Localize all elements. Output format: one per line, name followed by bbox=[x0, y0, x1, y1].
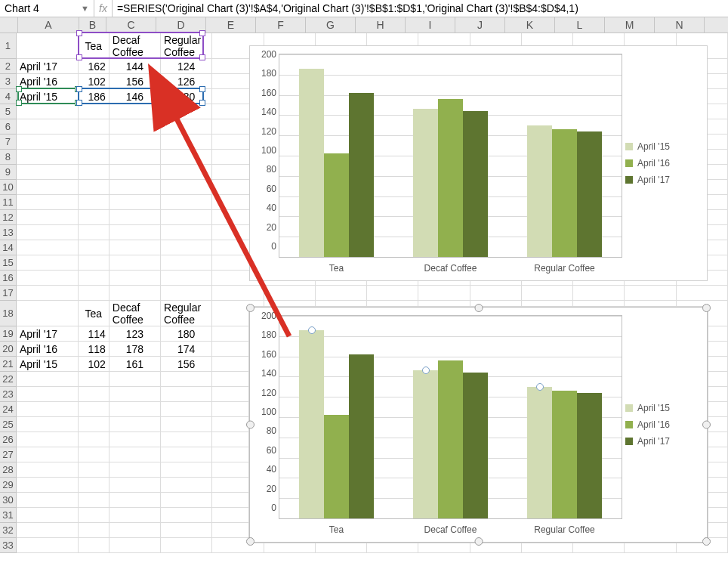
cell-D9[interactable] bbox=[161, 165, 212, 180]
cell-C19[interactable]: 123 bbox=[110, 326, 161, 342]
bar-April'17-Tea[interactable] bbox=[349, 354, 374, 518]
cell-B20[interactable]: 118 bbox=[79, 342, 110, 357]
cell-B23[interactable] bbox=[79, 387, 110, 402]
col-header-N[interactable]: N bbox=[655, 17, 705, 32]
cell-D29[interactable] bbox=[161, 478, 212, 493]
row-header[interactable]: 12 bbox=[0, 210, 17, 225]
row-header[interactable]: 23 bbox=[0, 387, 17, 402]
row-header[interactable]: 24 bbox=[0, 402, 17, 417]
cell-D2[interactable]: 124 bbox=[161, 59, 212, 74]
cell-D5[interactable] bbox=[161, 104, 212, 119]
col-header-A[interactable]: A bbox=[18, 17, 79, 32]
cell-C17[interactable] bbox=[110, 286, 161, 301]
cell-C3[interactable]: 156 bbox=[110, 74, 161, 89]
cell-C31[interactable] bbox=[110, 508, 161, 523]
bar-April'15-Tea[interactable] bbox=[299, 69, 324, 257]
bar-April'15-DecafCoffee[interactable] bbox=[413, 370, 438, 518]
cell-I17[interactable] bbox=[418, 286, 470, 301]
chart-resize-handle[interactable] bbox=[702, 537, 711, 546]
cell-C5[interactable] bbox=[110, 104, 161, 119]
col-header-H[interactable]: H bbox=[356, 17, 406, 32]
bar-April'17-DecafCoffee[interactable] bbox=[463, 111, 488, 257]
bar-April'16-DecafCoffee[interactable] bbox=[438, 360, 463, 518]
cell-D6[interactable] bbox=[161, 119, 212, 135]
row-header[interactable]: 9 bbox=[0, 165, 17, 180]
cell-A26[interactable] bbox=[17, 432, 79, 447]
bar-April'15-RegularCoffee[interactable] bbox=[527, 387, 552, 518]
cell-B4[interactable]: 186 bbox=[79, 89, 110, 104]
cell-D31[interactable] bbox=[161, 508, 212, 523]
cell-A23[interactable] bbox=[17, 387, 79, 402]
cell-C29[interactable] bbox=[110, 478, 161, 493]
cell-A6[interactable] bbox=[17, 119, 79, 135]
cell-A10[interactable] bbox=[17, 180, 79, 195]
cell-B11[interactable] bbox=[79, 195, 110, 210]
col-header-L[interactable]: L bbox=[555, 17, 605, 32]
row-header[interactable]: 8 bbox=[0, 150, 17, 165]
chart-bottom-plot-area[interactable]: 200180160140120100806040200 TeaDecaf Cof… bbox=[279, 315, 622, 519]
cell-A27[interactable] bbox=[17, 447, 79, 462]
cell-A20[interactable]: April '16 bbox=[17, 342, 79, 357]
series-selection-handle[interactable] bbox=[422, 367, 430, 374]
cell-B7[interactable] bbox=[79, 135, 110, 150]
cell-C24[interactable] bbox=[110, 402, 161, 417]
cell-B22[interactable] bbox=[79, 372, 110, 387]
cell-L17[interactable] bbox=[573, 286, 625, 301]
bar-April'16-RegularCoffee[interactable] bbox=[552, 391, 577, 518]
chart-top[interactable]: 200180160140120100806040200 TeaDecaf Cof… bbox=[249, 45, 708, 281]
chart-bottom[interactable]: 200180160140120100806040200 TeaDecaf Cof… bbox=[249, 307, 708, 543]
col-header-E[interactable]: E bbox=[206, 17, 256, 32]
cell-D22[interactable] bbox=[161, 372, 212, 387]
row-header[interactable]: 21 bbox=[0, 357, 17, 372]
cell-E17[interactable] bbox=[212, 286, 264, 301]
cell-C27[interactable] bbox=[110, 447, 161, 462]
cell-B5[interactable] bbox=[79, 104, 110, 119]
cell-B27[interactable] bbox=[79, 447, 110, 462]
row-header[interactable]: 11 bbox=[0, 195, 17, 210]
cell-C10[interactable] bbox=[110, 180, 161, 195]
row-header[interactable]: 26 bbox=[0, 432, 17, 447]
cell-C25[interactable] bbox=[110, 417, 161, 432]
col-header-F[interactable]: F bbox=[256, 17, 306, 32]
chart-resize-handle[interactable] bbox=[246, 304, 254, 312]
row-header[interactable]: 6 bbox=[0, 119, 17, 135]
cell-C4[interactable]: 146 bbox=[110, 89, 161, 104]
cell-B3[interactable]: 102 bbox=[79, 74, 110, 89]
cell-B9[interactable] bbox=[79, 165, 110, 180]
row-header[interactable]: 14 bbox=[0, 240, 17, 255]
cell-B26[interactable] bbox=[79, 432, 110, 447]
cell-D3[interactable]: 126 bbox=[161, 74, 212, 89]
chart-resize-handle[interactable] bbox=[474, 304, 483, 312]
legend-item[interactable]: April '17 bbox=[625, 436, 701, 447]
cell-A4[interactable]: April '15 bbox=[17, 89, 79, 104]
cell-C26[interactable] bbox=[110, 432, 161, 447]
row-header[interactable]: 10 bbox=[0, 180, 17, 195]
cell-B12[interactable] bbox=[79, 210, 110, 225]
fx-icon[interactable]: fx bbox=[99, 2, 107, 14]
row-header[interactable]: 15 bbox=[0, 255, 17, 271]
cell-D17[interactable] bbox=[161, 286, 212, 301]
cell-B8[interactable] bbox=[79, 150, 110, 165]
cell-D19[interactable]: 180 bbox=[161, 326, 212, 342]
cell-A7[interactable] bbox=[17, 135, 79, 150]
cell-A17[interactable] bbox=[17, 286, 79, 301]
cell-B10[interactable] bbox=[79, 180, 110, 195]
col-header-K[interactable]: K bbox=[505, 17, 555, 32]
cell-A29[interactable] bbox=[17, 478, 79, 493]
col-header-J[interactable]: J bbox=[455, 17, 505, 32]
name-box-dropdown-icon[interactable]: ▼ bbox=[81, 4, 89, 13]
cell-B30[interactable] bbox=[79, 493, 110, 508]
row-header[interactable]: 17 bbox=[0, 286, 17, 301]
cell-F17[interactable] bbox=[264, 286, 316, 301]
chart-resize-handle[interactable] bbox=[246, 537, 254, 546]
name-box[interactable]: Chart 4 ▼ bbox=[0, 0, 94, 17]
bar-April'16-DecafCoffee[interactable] bbox=[438, 99, 463, 257]
cell-D23[interactable] bbox=[161, 387, 212, 402]
cell-B16[interactable] bbox=[79, 271, 110, 286]
bar-April'16-RegularCoffee[interactable] bbox=[552, 129, 577, 257]
legend-item[interactable]: April '16 bbox=[625, 419, 701, 430]
col-header-I[interactable]: I bbox=[406, 17, 455, 32]
cell-D20[interactable]: 174 bbox=[161, 342, 212, 357]
cell-C18[interactable]: Decaf Coffee bbox=[110, 301, 161, 326]
select-all-triangle[interactable] bbox=[0, 17, 18, 32]
